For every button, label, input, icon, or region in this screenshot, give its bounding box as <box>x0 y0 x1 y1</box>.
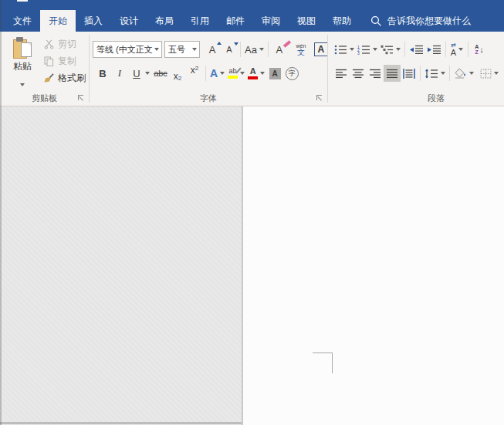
bold-button[interactable]: B <box>94 65 111 82</box>
cut-label: 剪切 <box>58 38 76 51</box>
font-dialog-launcher-icon[interactable] <box>316 95 323 102</box>
window-left-edge <box>0 0 2 425</box>
sort-arrow: ↓ <box>479 45 484 54</box>
page-left-edge <box>242 106 243 425</box>
change-case-button[interactable]: Aa <box>243 41 266 58</box>
search-icon <box>370 15 382 27</box>
tab-help[interactable]: 帮助 <box>324 10 360 32</box>
tab-layout[interactable]: 布局 <box>147 10 182 32</box>
shading-button[interactable] <box>452 65 475 82</box>
text-highlight-button[interactable]: ab <box>226 65 246 82</box>
font-size-dropdown-arrow[interactable] <box>192 48 197 51</box>
clipboard-dialog-launcher-icon[interactable] <box>78 95 85 102</box>
tab-review[interactable]: 审阅 <box>253 10 289 32</box>
underline-button[interactable]: U <box>128 65 145 82</box>
format-painter-button[interactable]: 格式刷 <box>43 69 88 86</box>
ribbon-tab-bar: 文件 开始 插入 设计 布局 引用 邮件 审阅 视图 帮助 告诉我你想要做什么 <box>5 10 471 32</box>
font-color-bar <box>248 76 258 79</box>
font-group: 等线 (中文正文 五号 A A Aa A <box>90 32 327 106</box>
tab-view[interactable]: 视图 <box>289 10 324 32</box>
align-left-button[interactable] <box>333 65 350 82</box>
borders-dropdown-arrow[interactable] <box>494 72 499 75</box>
shrink-font-letter: A <box>226 45 232 54</box>
grow-font-button[interactable]: A <box>204 41 221 58</box>
shading-dropdown-arrow[interactable] <box>469 72 474 75</box>
asian-layout-button[interactable]: ⇄ A <box>448 41 465 58</box>
numbering-dropdown-arrow[interactable] <box>373 48 377 51</box>
asian-layout-icon: ⇄ A <box>451 42 456 57</box>
increase-indent-icon <box>427 45 441 55</box>
asian-layout-dropdown-arrow[interactable] <box>458 48 463 51</box>
divider <box>404 42 405 57</box>
justify-icon <box>386 69 398 79</box>
line-spacing-dropdown-arrow[interactable] <box>441 72 445 75</box>
decrease-indent-button[interactable] <box>408 41 425 58</box>
tab-file[interactable]: 文件 <box>5 10 40 32</box>
font-color-button[interactable]: A <box>246 65 266 82</box>
paste-dropdown-arrow[interactable] <box>20 83 25 86</box>
highlight-dropdown-arrow[interactable] <box>240 72 245 75</box>
character-shading-button[interactable]: A <box>266 65 283 82</box>
superscript-num: 2 <box>195 65 198 72</box>
cut-button[interactable]: 剪切 <box>43 35 88 52</box>
divider <box>420 66 421 81</box>
copy-button[interactable]: 复制 <box>43 52 88 69</box>
align-right-button[interactable] <box>367 65 384 82</box>
change-case-dropdown-arrow <box>259 48 264 51</box>
bullets-dropdown-arrow[interactable] <box>350 48 354 51</box>
font-color-dropdown-arrow[interactable] <box>260 72 265 75</box>
tab-references[interactable]: 引用 <box>182 10 218 32</box>
tab-insert[interactable]: 插入 <box>76 10 111 32</box>
underline-dropdown-arrow[interactable] <box>145 72 150 75</box>
font-size-combo[interactable]: 五号 <box>164 41 200 58</box>
subscript-num: 2 <box>178 75 181 82</box>
strikethrough-button[interactable]: abc <box>152 65 169 82</box>
line-spacing-button[interactable] <box>423 65 447 82</box>
tab-mailings[interactable]: 邮件 <box>218 10 253 32</box>
document-background <box>0 106 242 425</box>
align-center-button[interactable] <box>350 65 367 82</box>
tab-home[interactable]: 开始 <box>40 10 76 32</box>
italic-button[interactable]: I <box>111 65 128 82</box>
scissors-icon <box>43 39 55 49</box>
format-painter-label: 格式刷 <box>58 72 86 85</box>
multilevel-dropdown-arrow[interactable] <box>396 48 401 51</box>
search-label: 告诉我你想要做什么 <box>387 15 471 28</box>
sort-button[interactable]: A Z ↓ <box>471 41 488 58</box>
quick-access-toolbar[interactable] <box>17 0 28 2</box>
shrink-font-button[interactable]: A <box>221 41 238 58</box>
pinyin-bottom: 文 <box>297 49 305 56</box>
borders-button[interactable] <box>479 65 500 82</box>
document-area[interactable] <box>0 106 504 425</box>
text-effects-button[interactable]: A <box>208 65 226 82</box>
font-group-label: 字体 <box>90 93 327 104</box>
font-name-combo[interactable]: 等线 (中文正文 <box>93 41 162 58</box>
divider <box>268 42 269 57</box>
bullets-button[interactable] <box>333 41 356 58</box>
numbering-button[interactable]: 123 <box>356 41 379 58</box>
format-painter-icon <box>43 73 55 83</box>
tab-design[interactable]: 设计 <box>111 10 147 32</box>
increase-indent-button[interactable] <box>425 41 443 58</box>
grow-font-letter: A <box>209 44 216 56</box>
enclose-characters-button[interactable]: 字 <box>283 65 300 82</box>
paste-button[interactable]: 粘贴 <box>5 35 39 91</box>
eraser-icon <box>283 40 291 47</box>
title-bar: 文件 开始 插入 设计 布局 引用 邮件 审阅 视图 帮助 告诉我你想要做什么 <box>0 0 504 32</box>
clear-formatting-button[interactable]: A <box>271 41 288 58</box>
character-shading-icon: A <box>269 68 281 79</box>
tell-me-search[interactable]: 告诉我你想要做什么 <box>370 10 471 32</box>
font-name-dropdown-arrow[interactable] <box>154 48 159 51</box>
distribute-button[interactable] <box>401 65 418 82</box>
justify-button[interactable] <box>384 65 401 82</box>
superscript-button[interactable]: x 2 <box>186 65 203 82</box>
bold-icon: B <box>99 68 106 79</box>
subscript-button[interactable]: x 2 <box>169 65 186 82</box>
text-effects-icon: A <box>210 67 218 79</box>
multilevel-list-button[interactable] <box>379 41 402 58</box>
phonetic-guide-button[interactable]: wén 文 <box>293 41 310 58</box>
highlight-color-bar <box>228 76 238 79</box>
decrease-indent-icon <box>409 45 424 55</box>
paste-clipboard-icon <box>12 37 32 59</box>
text-effects-dropdown-arrow[interactable] <box>220 72 225 75</box>
